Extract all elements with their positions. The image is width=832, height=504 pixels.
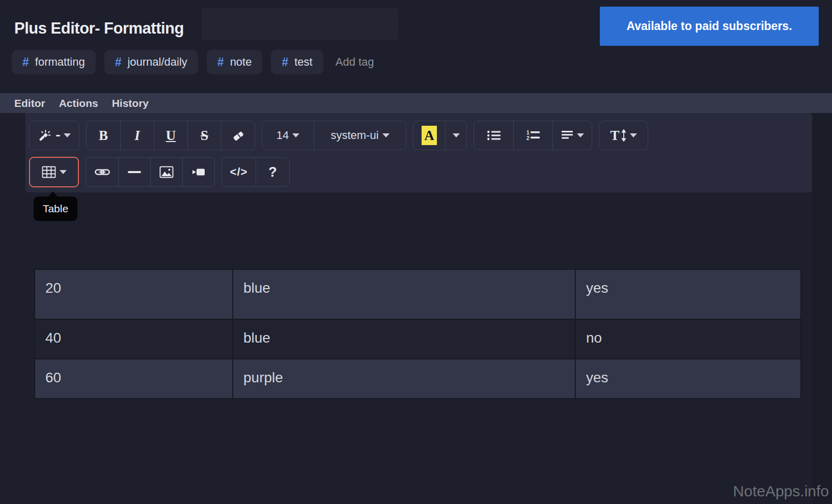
highlight-color-button[interactable]: A	[413, 121, 445, 150]
insert-image-button[interactable]	[150, 158, 182, 186]
content-table[interactable]: 20 blue yes 40 blue no 60 purple yes	[34, 269, 801, 399]
video-camera-icon	[191, 167, 206, 177]
hash-icon: #	[217, 55, 224, 69]
image-icon	[159, 166, 174, 178]
highlight-group: A	[413, 121, 467, 150]
insert-video-button[interactable]	[182, 158, 214, 186]
menu-item-actions[interactable]: Actions	[59, 97, 98, 109]
table-cell[interactable]: yes	[576, 270, 800, 319]
wand-dash-icon	[56, 135, 60, 136]
magic-wand-icon	[38, 129, 51, 142]
page-title: Plus Editor- Formatting	[14, 19, 184, 38]
table-cell[interactable]: yes	[576, 359, 800, 398]
clear-formatting-button[interactable]	[221, 121, 255, 150]
svg-text:2: 2	[526, 135, 530, 141]
highlight-color-icon: A	[422, 126, 437, 145]
eraser-icon	[232, 129, 245, 142]
strikethrough-icon: S	[201, 128, 208, 144]
code-view-button[interactable]: </>	[222, 158, 256, 186]
underline-icon: U	[166, 128, 176, 144]
magic-format-button[interactable]	[30, 121, 79, 150]
tags-row: # formatting # journal/daily # note # te…	[12, 50, 374, 74]
font-family-dropdown[interactable]: system-ui	[314, 121, 406, 150]
bullet-list-icon	[487, 130, 501, 141]
bold-button[interactable]: B	[87, 121, 120, 150]
strikethrough-button[interactable]: S	[187, 121, 221, 150]
bold-icon: B	[99, 128, 108, 144]
hash-icon: #	[22, 55, 29, 69]
font-group: 14 system-ui	[262, 121, 406, 150]
tag-label: journal/daily	[127, 55, 187, 69]
font-size-dropdown[interactable]: 14	[262, 121, 314, 150]
tag-pill-journal-daily[interactable]: # journal/daily	[104, 50, 198, 74]
editor-menubar: Editor Actions History	[0, 93, 832, 113]
badge-label: Available to paid subscribers.	[626, 19, 792, 33]
tooltip-label: Table	[43, 203, 68, 215]
font-size-value: 14	[276, 129, 289, 142]
title-field-region	[202, 8, 398, 40]
table-cell[interactable]: 20	[35, 270, 232, 319]
text-size-icon: T	[610, 128, 619, 144]
table-tooltip: Table	[34, 197, 77, 221]
underline-button[interactable]: U	[154, 121, 187, 150]
code-icon: </>	[230, 165, 248, 179]
bullet-list-button[interactable]	[474, 121, 513, 150]
formatting-toolbar: B I U S 14	[25, 113, 812, 192]
table-tool-group	[29, 157, 79, 187]
chevron-down-icon	[630, 133, 637, 137]
chevron-down-icon	[453, 133, 460, 137]
highlight-color-dropdown[interactable]	[445, 121, 466, 150]
italic-icon: I	[134, 128, 140, 144]
italic-button[interactable]: I	[120, 121, 154, 150]
table-grid-icon	[42, 166, 56, 178]
add-tag-button[interactable]: Add tag	[336, 55, 374, 69]
insert-link-button[interactable]	[86, 158, 118, 186]
tag-label: test	[294, 55, 312, 69]
text-size-dropdown[interactable]: T	[599, 121, 648, 150]
hash-icon: #	[115, 55, 122, 69]
table-cell[interactable]: 60	[35, 359, 232, 398]
chevron-down-icon	[382, 133, 390, 137]
noteapps-watermark: NoteApps.info	[733, 483, 829, 500]
vertical-arrows-icon	[621, 129, 626, 142]
tag-label: formatting	[35, 55, 85, 69]
menu-item-history[interactable]: History	[112, 97, 149, 109]
hash-icon: #	[282, 55, 288, 69]
list-align-group: 1 2	[474, 121, 592, 150]
table-cell[interactable]: no	[576, 320, 800, 358]
paid-subscribers-badge: Available to paid subscribers.	[600, 7, 819, 46]
table-cell[interactable]: 40	[35, 320, 232, 358]
text-style-group: B I U S	[86, 121, 255, 150]
numbered-list-icon: 1 2	[526, 130, 540, 141]
tag-pill-note[interactable]: # note	[207, 50, 263, 74]
help-icon: ?	[268, 164, 277, 180]
tag-pill-test[interactable]: # test	[271, 50, 323, 74]
misc-group: </> ?	[221, 157, 290, 187]
link-icon	[95, 167, 110, 177]
chevron-down-icon	[577, 133, 584, 137]
chevron-down-icon	[64, 133, 71, 137]
chevron-down-icon	[60, 170, 67, 174]
table-cell[interactable]: purple	[233, 359, 575, 398]
insert-group	[86, 157, 215, 187]
table-cell[interactable]: blue	[233, 270, 575, 319]
insert-table-button[interactable]	[30, 158, 78, 186]
alignment-dropdown[interactable]	[552, 121, 592, 150]
table-cell[interactable]: blue	[233, 320, 575, 358]
menu-item-editor[interactable]: Editor	[14, 97, 45, 109]
horizontal-rule-button[interactable]	[118, 158, 150, 186]
horizontal-rule-icon	[128, 171, 141, 173]
tag-label: note	[230, 55, 252, 69]
numbered-list-button[interactable]: 1 2	[513, 121, 552, 150]
editor-right-gutter	[812, 113, 832, 504]
font-family-value: system-ui	[330, 129, 378, 142]
line-height-group: T	[599, 121, 648, 150]
magic-wand-group	[29, 121, 79, 150]
tag-pill-formatting[interactable]: # formatting	[12, 50, 96, 74]
align-left-icon	[561, 130, 573, 141]
svg-text:1: 1	[526, 130, 530, 135]
chevron-down-icon	[292, 133, 299, 137]
help-button[interactable]: ?	[256, 158, 289, 186]
